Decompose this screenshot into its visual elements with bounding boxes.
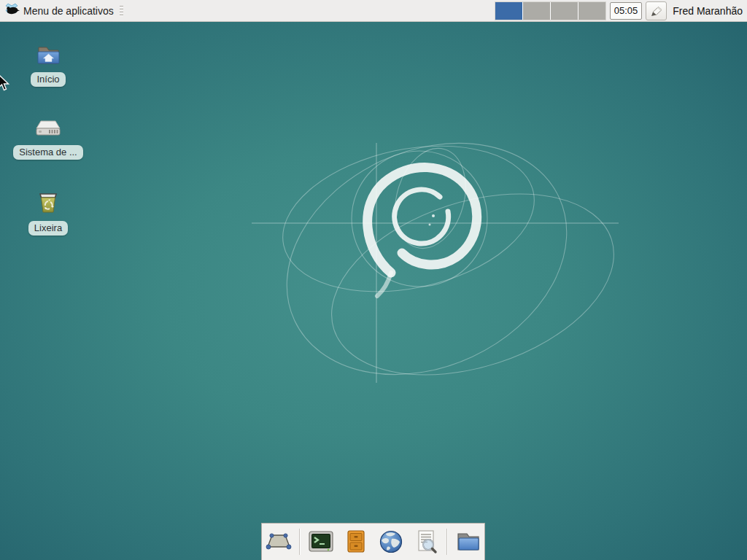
terminal-launcher[interactable] (306, 527, 336, 556)
dock-separator (299, 529, 301, 555)
web-browser-launcher[interactable] (376, 527, 406, 556)
file-cabinet-icon (345, 529, 367, 554)
show-desktop-button[interactable] (264, 527, 293, 556)
web-browser-icon (379, 529, 403, 554)
desktop-icon-filesystem[interactable]: Sistema de ... (4, 115, 92, 160)
desktop-icon-label: Início (31, 72, 65, 87)
desktop-icon-trash[interactable]: Lixeira (4, 190, 92, 236)
home-folder-icon (34, 42, 62, 69)
terminal-icon (308, 530, 334, 553)
workspace-cell[interactable] (495, 2, 522, 20)
bottom-dock-panel (261, 523, 485, 560)
desktop-icon-label: Lixeira (28, 221, 68, 236)
workspace-cell[interactable] (578, 2, 605, 20)
file-manager-icon (455, 531, 481, 553)
application-finder-launcher[interactable] (411, 527, 441, 556)
workspace-cell[interactable] (551, 2, 578, 20)
applications-menu-label: Menu de aplicativos (23, 5, 114, 17)
workspace-cell[interactable] (523, 2, 550, 20)
application-finder-icon (414, 529, 438, 554)
file-cabinet-launcher[interactable] (341, 527, 371, 556)
logged-in-user-name[interactable]: Fred Maranhão (673, 5, 743, 17)
filesystem-drive-icon (34, 115, 63, 141)
xfce-mouse-icon (4, 3, 20, 19)
desktop-background[interactable]: Início Sistema de ... (0, 0, 747, 560)
debian-swirl-wallpaper (0, 0, 747, 560)
clock[interactable]: 05:05 (610, 2, 643, 20)
panel-grip-handle[interactable] (120, 6, 123, 16)
trash-icon (35, 190, 61, 217)
top-panel: Menu de aplicativos 05:05 Fred Maranhão (0, 0, 747, 22)
user-actions-button[interactable] (646, 1, 667, 20)
workspace-switcher (495, 1, 606, 20)
applications-menu-button[interactable]: Menu de aplicativos (4, 3, 114, 19)
file-manager-launcher[interactable] (454, 527, 483, 556)
show-desktop-icon (266, 532, 292, 552)
dock-separator (446, 529, 448, 555)
pointer-device-icon (649, 4, 664, 18)
desktop-icon-label: Sistema de ... (13, 145, 82, 160)
desktop-icon-home[interactable]: Início (4, 42, 92, 87)
